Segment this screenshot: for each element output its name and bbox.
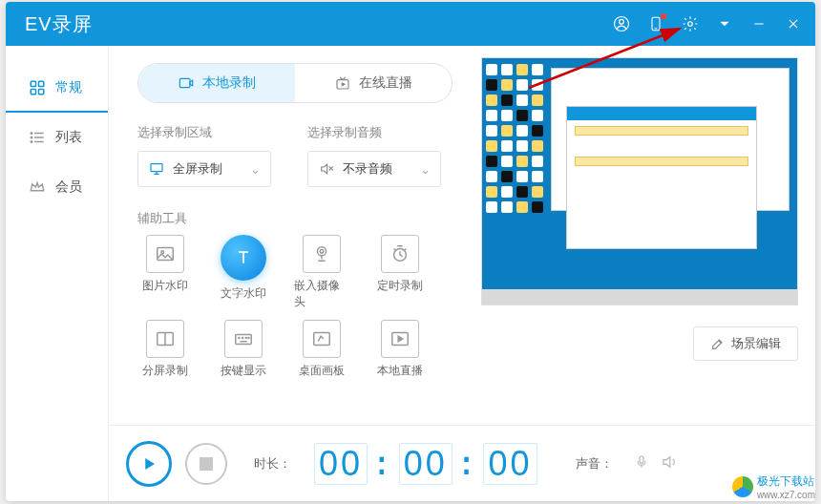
tool-label: 嵌入摄像头 — [294, 278, 349, 310]
app-window: EV录屏 常规 列表 会员 — [6, 2, 815, 501]
footer: 时长： 00: 00: 00 声音： — [109, 425, 815, 501]
play-rect-icon — [381, 320, 419, 358]
timer-display: 00: 00: 00 — [314, 443, 537, 485]
tab-local-record[interactable]: 本地录制 — [138, 64, 295, 102]
preview-desktop-icons — [486, 64, 553, 213]
stop-button[interactable] — [185, 443, 227, 485]
logo-icon — [732, 476, 753, 497]
area-dropdown[interactable]: 全屏录制 ⌄ — [137, 151, 271, 187]
audio-value: 不录音频 — [343, 160, 392, 178]
svg-point-36 — [248, 338, 249, 339]
edit-icon — [710, 336, 726, 351]
audio-selector-group: 选择录制音频 不录音频 ⌄ — [307, 124, 441, 187]
logo-url: www.xz7.com — [757, 490, 815, 500]
svg-point-1 — [620, 19, 624, 24]
tool-label: 本地直播 — [377, 363, 423, 379]
mic-icon[interactable] — [634, 453, 649, 474]
svg-rect-40 — [640, 456, 643, 463]
keyboard-icon — [224, 320, 263, 358]
phone-icon[interactable] — [647, 15, 664, 32]
svg-rect-20 — [151, 164, 162, 172]
mode-tabs: 本地录制 在线直播 — [137, 63, 453, 103]
close-icon[interactable] — [785, 15, 802, 32]
tool-camera[interactable]: 嵌入摄像头 — [294, 235, 349, 310]
sound-label: 声音： — [576, 455, 613, 472]
mute-icon — [318, 161, 335, 177]
svg-rect-38 — [314, 333, 330, 346]
timer-minutes: 00 — [399, 443, 453, 485]
sidebar-item-list[interactable]: 列表 — [6, 113, 108, 162]
area-selector-group: 选择录制区域 全屏录制 ⌄ — [137, 124, 271, 187]
grid-icon — [29, 79, 46, 96]
tool-timer[interactable]: 定时录制 — [372, 235, 428, 310]
text-icon — [221, 235, 266, 281]
gear-icon[interactable] — [682, 15, 699, 32]
list-icon — [29, 129, 46, 146]
tool-whiteboard[interactable]: 桌面画板 — [294, 320, 349, 379]
watermark-logo: 极光下载站 www.xz7.com — [732, 473, 815, 500]
record-button[interactable] — [126, 441, 172, 487]
image-icon — [146, 235, 184, 273]
main-panel: 本地录制 在线直播 选择录制区域 全屏录制 ⌄ 选择录制音频 — [109, 46, 815, 501]
svg-point-15 — [31, 133, 32, 135]
audio-dropdown[interactable]: 不录音频 ⌄ — [307, 151, 441, 187]
speaker-icon[interactable] — [661, 453, 678, 474]
svg-point-33 — [239, 338, 240, 339]
tool-local-live[interactable]: 本地直播 — [372, 320, 428, 379]
svg-rect-9 — [39, 81, 44, 86]
tool-keyboard[interactable]: 按键显示 — [216, 320, 271, 379]
svg-point-4 — [688, 22, 693, 27]
svg-rect-11 — [39, 90, 44, 94]
svg-rect-18 — [179, 78, 190, 87]
preview-pane — [481, 57, 798, 305]
area-value: 全屏录制 — [173, 160, 222, 178]
svg-rect-32 — [236, 334, 252, 344]
duration-label: 时长： — [254, 455, 291, 472]
preview-taskbar — [482, 289, 797, 304]
preview-window-2 — [566, 106, 757, 249]
svg-rect-8 — [31, 81, 35, 86]
timer-hours: 00 — [314, 443, 368, 485]
tool-text-watermark[interactable]: 文字水印 — [216, 235, 271, 310]
user-icon[interactable] — [613, 15, 630, 32]
logo-name: 极光下载站 — [757, 473, 815, 490]
tool-split[interactable]: 分屏录制 — [137, 320, 193, 379]
tool-label: 文字水印 — [221, 285, 266, 302]
sidebar-item-label: 列表 — [55, 129, 82, 146]
sidebar: 常规 列表 会员 — [6, 46, 109, 501]
tool-grid: 图片水印 文字水印 嵌入摄像头 定时录制 分屏录制 — [137, 235, 462, 379]
tool-label: 图片水印 — [142, 278, 188, 294]
sidebar-item-general[interactable]: 常规 — [6, 63, 108, 113]
tool-label: 按键显示 — [221, 363, 266, 379]
monitor-icon — [148, 161, 165, 177]
titlebar-controls — [613, 15, 802, 32]
clock-icon — [381, 235, 419, 273]
sidebar-item-vip[interactable]: 会员 — [6, 162, 108, 212]
app-title: EV录屏 — [25, 11, 93, 37]
chevron-down-icon: ⌄ — [250, 162, 261, 177]
titlebar: EV录屏 — [6, 2, 815, 46]
record-icon — [178, 75, 195, 91]
timer-seconds: 00 — [483, 443, 537, 485]
live-icon — [334, 75, 351, 91]
sidebar-item-label: 会员 — [55, 178, 82, 196]
tool-image-watermark[interactable]: 图片水印 — [137, 235, 193, 310]
camera-icon — [303, 235, 341, 273]
sound-icons — [634, 453, 678, 474]
tool-label: 分屏录制 — [142, 363, 188, 379]
notification-dot — [661, 13, 666, 19]
scene-edit-button[interactable]: 场景编辑 — [693, 326, 798, 361]
dropdown-icon[interactable] — [716, 15, 733, 32]
audio-label: 选择录制音频 — [307, 124, 441, 141]
area-label: 选择录制区域 — [137, 124, 271, 141]
svg-point-17 — [31, 141, 32, 143]
content: 常规 列表 会员 本地录制 在线直播 — [6, 46, 815, 501]
minimize-icon[interactable] — [750, 15, 768, 32]
svg-point-28 — [320, 249, 324, 253]
svg-point-27 — [317, 247, 326, 256]
preview-desktop — [482, 58, 797, 304]
tab-live[interactable]: 在线直播 — [295, 64, 452, 102]
tab-label: 本地录制 — [202, 74, 256, 92]
svg-point-16 — [31, 136, 32, 138]
tab-label: 在线直播 — [359, 74, 412, 92]
